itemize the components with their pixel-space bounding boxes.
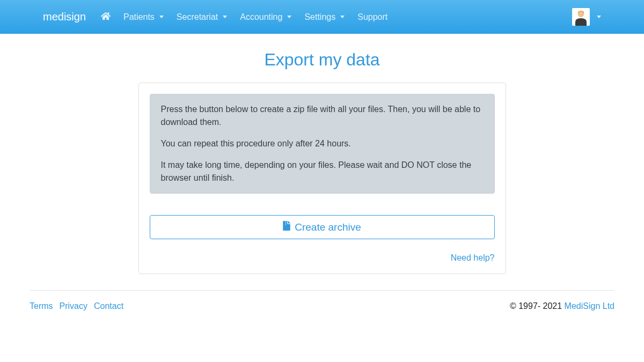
nav-support[interactable]: Support <box>351 8 394 26</box>
help-link-wrap: Need help? <box>150 253 495 263</box>
alert-paragraph-2: You can repeat this procedure only after… <box>161 137 484 150</box>
nav-secretariat[interactable]: Secretariat <box>170 8 233 26</box>
home-icon <box>101 12 111 23</box>
info-alert: Press the button below to create a zip f… <box>150 94 495 194</box>
nav-secretariat-label: Secretariat <box>177 12 218 22</box>
main-container: Export my data Press the button below to… <box>21 50 623 322</box>
footer-terms-link[interactable]: Terms <box>30 301 53 311</box>
user-menu[interactable] <box>572 8 601 26</box>
brand-link[interactable]: medisign <box>43 11 86 23</box>
nav-settings-label: Settings <box>304 12 335 22</box>
avatar <box>572 8 590 26</box>
alert-paragraph-3: It may take long time, depending on your… <box>161 159 484 184</box>
company-link[interactable]: MediSign Ltd <box>565 301 614 311</box>
chevron-down-icon <box>340 16 345 18</box>
chevron-down-icon <box>159 16 164 18</box>
footer-copyright: © 1997- 2021 MediSign Ltd <box>510 301 614 311</box>
navbar-nav: Patients Secretariat Accounting Settings… <box>94 8 572 27</box>
nav-patients[interactable]: Patients <box>117 8 170 26</box>
nav-settings[interactable]: Settings <box>298 8 351 26</box>
footer-privacy-link[interactable]: Privacy <box>60 301 87 311</box>
file-archive-icon <box>283 221 290 233</box>
copyright-text: © 1997- 2021 <box>510 301 565 311</box>
navbar-right <box>572 8 601 26</box>
chevron-down-icon <box>597 16 601 18</box>
footer-links: Terms Privacy Contact <box>30 301 123 311</box>
nav-accounting-label: Accounting <box>240 12 282 22</box>
alert-paragraph-1: Press the button below to create a zip f… <box>161 103 484 129</box>
footer: Terms Privacy Contact © 1997- 2021 MediS… <box>30 290 614 322</box>
create-archive-label: Create archive <box>295 221 361 233</box>
page-title: Export my data <box>30 50 614 70</box>
footer-contact-link[interactable]: Contact <box>94 301 123 311</box>
nav-accounting[interactable]: Accounting <box>233 8 298 26</box>
chevron-down-icon <box>223 16 227 18</box>
chevron-down-icon <box>287 16 291 18</box>
nav-patients-label: Patients <box>123 12 155 22</box>
need-help-link[interactable]: Need help? <box>451 253 495 262</box>
export-card: Press the button below to create a zip f… <box>138 83 506 274</box>
navbar: medisign Patients Secretariat Accounting… <box>0 0 644 34</box>
nav-support-label: Support <box>357 12 387 22</box>
nav-home[interactable] <box>94 8 117 27</box>
create-archive-button[interactable]: Create archive <box>150 215 495 239</box>
